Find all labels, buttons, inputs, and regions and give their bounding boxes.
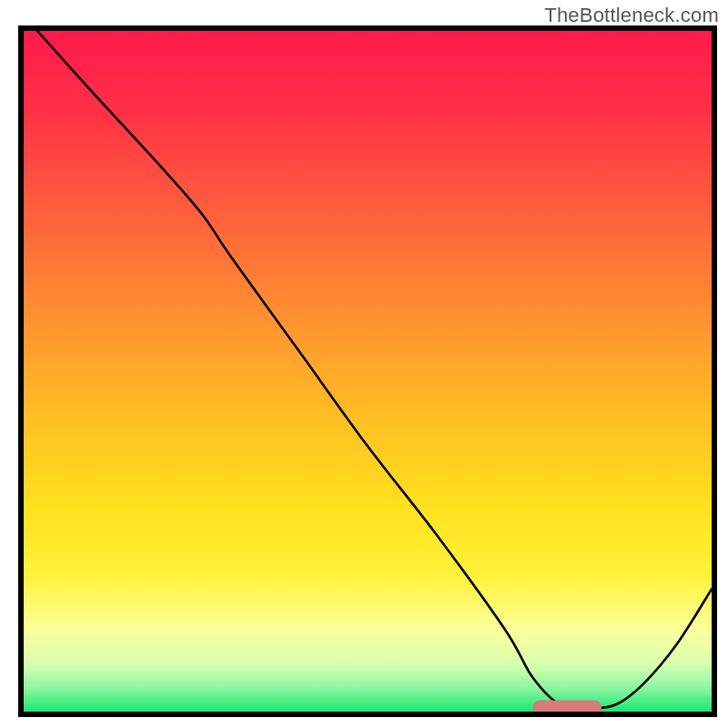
chart-container: TheBottleneck.com [0,0,728,728]
plot-area [18,25,717,717]
bottleneck-line-chart [18,25,717,717]
gradient-background [24,31,712,712]
watermark-text: TheBottleneck.com [544,4,719,27]
